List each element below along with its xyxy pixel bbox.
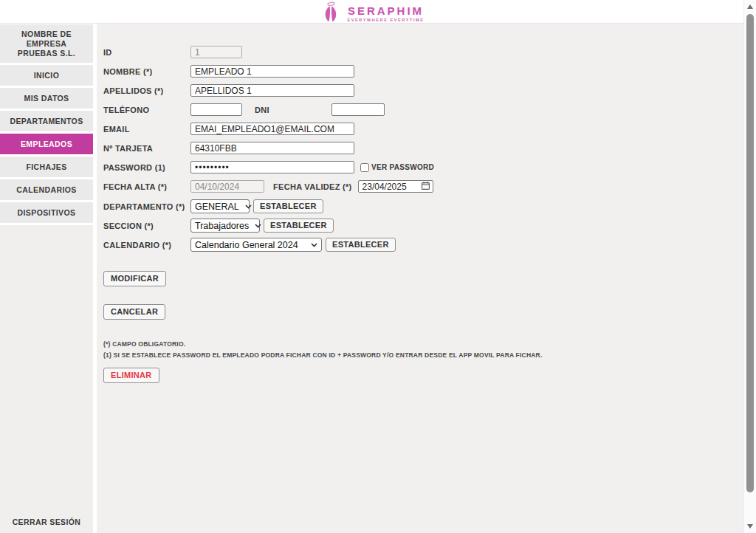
row-calendario: CALENDARIO (*) Calendario General 2024 E… [103, 238, 743, 252]
employee-form: ID NOMBRE (*) APELLIDOS (*) TELÉFONO DNI… [94, 24, 743, 533]
sidebar-item-inicio[interactable]: INICIO [0, 65, 93, 86]
sidebar: NOMBRE DE EMPRESA PRUEBAS S.L. INICIO MI… [0, 24, 93, 533]
header: SERAPHIM EVERYWHERE EVERYTIME [0, 0, 743, 24]
row-fechas: FECHA ALTA (*) FECHA VALIDEZ (*) 23/04/2… [103, 180, 743, 193]
row-departamento: DEPARTAMENTO (*) GENERAL ESTABLECER [103, 199, 743, 213]
fecha-validez-label: FECHA VALIDEZ (*) [273, 182, 352, 191]
id-label: ID [103, 48, 190, 57]
chevron-down-icon [255, 224, 261, 228]
company-name: NOMBRE DE EMPRESA PRUEBAS S.L. [0, 24, 93, 63]
brand-title: SERAPHIM [348, 5, 424, 17]
establecer-calendario-button[interactable]: ESTABLECER [326, 238, 396, 252]
fecha-validez-field[interactable]: 23/04/2025 [358, 180, 433, 193]
dni-field[interactable] [331, 103, 385, 116]
tarjeta-label: Nº TARJETA [103, 144, 190, 153]
modificar-button[interactable]: MODIFICAR [103, 271, 166, 286]
ver-password-checkbox[interactable] [360, 163, 369, 172]
telefono-field[interactable] [190, 103, 242, 116]
chevron-down-icon [245, 204, 252, 209]
nombre-field[interactable] [190, 65, 354, 78]
row-apellidos: APELLIDOS (*) [103, 84, 743, 97]
angel-wings-icon [319, 1, 341, 25]
fecha-alta-label: FECHA ALTA (*) [103, 182, 190, 191]
eliminar-button[interactable]: ELIMINAR [103, 368, 159, 383]
calendario-select[interactable]: Calendario General 2024 [190, 238, 322, 252]
note-campo-obligatorio: (*) CAMPO OBLIGATORIO. [103, 339, 743, 350]
row-telefono-dni: TELÉFONO DNI [103, 103, 743, 116]
sidebar-item-mis-datos[interactable]: MIS DATOS [0, 88, 93, 109]
ver-password-label: VER PASSWORD [371, 163, 434, 171]
calendar-icon[interactable] [422, 182, 430, 192]
sidebar-item-departamentos[interactable]: DEPARTAMENTOS [0, 111, 93, 131]
scroll-up-arrow-icon[interactable] [747, 4, 753, 9]
row-seccion: SECCION (*) Trabajadores ESTABLECER [103, 219, 743, 233]
email-field[interactable] [190, 123, 354, 135]
seccion-select[interactable]: Trabajadores [190, 219, 260, 233]
chevron-down-icon [311, 243, 317, 247]
row-id: ID [103, 46, 743, 58]
scroll-down-arrow-icon[interactable] [747, 524, 753, 529]
nombre-label: NOMBRE (*) [103, 67, 190, 76]
vertical-scrollbar [743, 0, 756, 533]
logout-button[interactable]: CERRAR SESIÓN [0, 517, 93, 526]
departamento-label: DEPARTAMENTO (*) [103, 202, 190, 211]
note-password-info: (1) SI SE ESTABLECE PASSWORD EL EMPLEADO… [103, 350, 743, 361]
establecer-departamento-button[interactable]: ESTABLECER [253, 199, 323, 213]
seraphim-logo: SERAPHIM EVERYWHERE EVERYTIME [319, 1, 424, 25]
password-field[interactable] [190, 161, 354, 173]
apellidos-label: APELLIDOS (*) [103, 86, 190, 95]
dni-label: DNI [255, 106, 269, 114]
row-password: PASSWORD (1) VER PASSWORD [103, 161, 743, 173]
password-label: PASSWORD (1) [103, 163, 190, 172]
sidebar-item-dispositivos[interactable]: DISPOSITIVOS [0, 202, 93, 223]
cancelar-button[interactable]: CANCELAR [103, 304, 165, 320]
brand-tagline: EVERYWHERE EVERYTIME [347, 18, 424, 22]
calendario-label: CALENDARIO (*) [103, 241, 190, 250]
fecha-alta-field [190, 180, 264, 193]
apellidos-field[interactable] [190, 84, 354, 97]
sidebar-item-empleados[interactable]: EMPLEADOS [0, 134, 93, 154]
sidebar-item-calendarios[interactable]: CALENDARIOS [0, 179, 93, 200]
id-field [190, 46, 242, 58]
telefono-label: TELÉFONO [103, 106, 190, 114]
form-notes: (*) CAMPO OBLIGATORIO. (1) SI SE ESTABLE… [103, 339, 743, 361]
email-label: EMAIL [103, 125, 190, 134]
scrollbar-thumb[interactable] [746, 14, 754, 492]
sidebar-filler: CERRAR SESIÓN [0, 225, 93, 533]
row-nombre: NOMBRE (*) [103, 65, 743, 78]
sidebar-item-fichajes[interactable]: FICHAJES [0, 157, 93, 177]
establecer-seccion-button[interactable]: ESTABLECER [264, 219, 334, 233]
row-email: EMAIL [103, 123, 743, 135]
row-tarjeta: Nº TARJETA [103, 142, 743, 154]
departamento-select[interactable]: GENERAL [190, 199, 250, 213]
tarjeta-field[interactable] [190, 142, 354, 154]
seccion-label: SECCION (*) [103, 221, 190, 230]
